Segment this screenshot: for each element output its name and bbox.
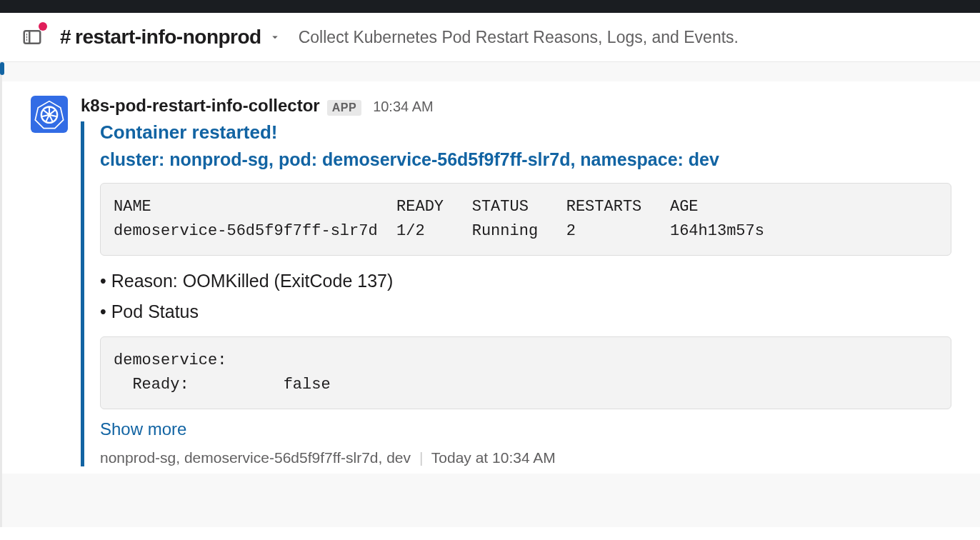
footer-separator: | xyxy=(419,449,423,466)
app-badge: APP xyxy=(327,100,361,116)
attachment-subtitle[interactable]: cluster: nonprod-sg, pod: demoservice-56… xyxy=(100,149,951,170)
reason-line: • Reason: OOMKilled (ExitCode 137) xyxy=(100,266,951,296)
message-timestamp[interactable]: 10:34 AM xyxy=(373,99,434,115)
channel-name[interactable]: # restart-info-nonprod xyxy=(60,26,281,49)
new-message-marker xyxy=(0,62,4,75)
reason-list: • Reason: OOMKilled (ExitCode 137) • Pod… xyxy=(100,266,951,326)
channel-topic[interactable]: Collect Kubernetes Pod Restart Reasons, … xyxy=(299,28,739,47)
title-bar xyxy=(0,0,980,13)
sidebar-toggle[interactable] xyxy=(21,26,43,48)
message-attachment: Container restarted! cluster: nonprod-sg… xyxy=(81,121,951,466)
avatar[interactable] xyxy=(31,96,68,133)
notification-dot-icon xyxy=(39,22,47,31)
message-body: k8s-pod-restart-info-collector APP 10:34… xyxy=(81,96,951,466)
channel-name-text: restart-info-nonprod xyxy=(75,26,261,49)
status-line: • Pod Status xyxy=(100,296,951,327)
kubernetes-icon xyxy=(34,99,64,129)
attachment-footer: nonprod-sg, demoservice-56d5f9f7ff-slr7d… xyxy=(100,449,951,466)
attachment-title[interactable]: Container restarted! xyxy=(100,121,951,144)
pod-table-code[interactable]: NAME READY STATUS RESTARTS AGE demoservi… xyxy=(100,183,951,256)
sender-name[interactable]: k8s-pod-restart-info-collector xyxy=(81,96,320,116)
message: k8s-pod-restart-info-collector APP 10:34… xyxy=(2,81,980,474)
chevron-down-icon xyxy=(269,26,281,49)
footer-context: nonprod-sg, demoservice-56d5f9f7ff-slr7d… xyxy=(100,449,411,466)
channel-header: # restart-info-nonprod Collect Kubernete… xyxy=(0,13,980,62)
hash-icon: # xyxy=(60,26,71,49)
message-list: k8s-pod-restart-info-collector APP 10:34… xyxy=(0,62,980,527)
footer-time: Today at 10:34 AM xyxy=(431,449,556,466)
status-code[interactable]: demoservice: Ready: false xyxy=(100,336,951,409)
message-header: k8s-pod-restart-info-collector APP 10:34… xyxy=(81,96,951,116)
show-more-link[interactable]: Show more xyxy=(100,419,951,439)
